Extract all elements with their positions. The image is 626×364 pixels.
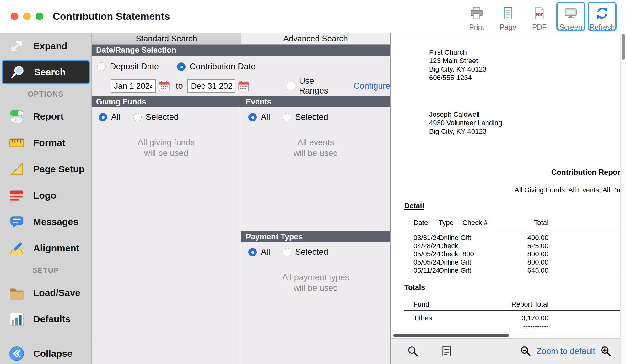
- page-label: Page: [499, 23, 516, 32]
- deposit-date-option[interactable]: Deposit Date: [97, 62, 159, 72]
- payment-types-selected-option[interactable]: Selected: [283, 247, 328, 257]
- sidebar-item-messages[interactable]: Messages: [0, 209, 91, 235]
- donor-city: Big City, KY 40123: [429, 127, 502, 136]
- screen-icon: [564, 6, 578, 22]
- giving-funds-all-option[interactable]: All: [99, 112, 121, 122]
- pdf-button[interactable]: PDF PDF: [525, 2, 554, 31]
- preview-magnifier-button[interactable]: [406, 345, 420, 358]
- print-label: Print: [469, 23, 484, 32]
- report-document: First Church 123 Main Street Big City, K…: [391, 33, 620, 332]
- sidebar-item-logo[interactable]: Logo: [0, 182, 91, 209]
- print-button[interactable]: Print: [462, 2, 491, 31]
- payment-types-section: All Selected All payment types will be u…: [241, 242, 391, 364]
- events-selected-option[interactable]: Selected: [283, 112, 328, 122]
- horizontal-scrollbar-thumb[interactable]: [393, 334, 509, 337]
- sidebar-options-header: OPTIONS: [0, 85, 91, 103]
- toolbar: Print Page: [462, 2, 617, 31]
- payment-types-selected-radio[interactable]: [283, 248, 291, 256]
- zoom-out-button[interactable]: [519, 345, 532, 358]
- events-selected-label: Selected: [295, 112, 328, 122]
- giving-funds-section-header: Giving Funds: [92, 96, 241, 107]
- date-range-controls: Deposit Date Contribution Date: [92, 56, 390, 96]
- protractor-pencil-icon: [8, 240, 25, 257]
- close-window-button[interactable]: [11, 13, 18, 20]
- giving-funds-selected-option[interactable]: Selected: [133, 112, 179, 122]
- sidebar-item-load-save[interactable]: Load/Save: [0, 280, 91, 306]
- detail-row: 03/31/24 Online Gift 400.00: [391, 234, 620, 242]
- toggles-icon: [8, 108, 25, 125]
- detail-header-rule: [404, 229, 620, 229]
- giving-funds-all-label: All: [111, 112, 121, 122]
- page-button[interactable]: Page: [494, 2, 522, 31]
- set-square-icon: [8, 161, 25, 178]
- screen-button[interactable]: Screen: [556, 2, 585, 31]
- totals-header-rule: [404, 310, 620, 311]
- report-preview-pane: First Church 123 Main Street Big City, K…: [391, 33, 620, 364]
- tab-standard-search[interactable]: Standard Search: [92, 33, 241, 45]
- notes-icon: [440, 345, 453, 358]
- events-selected-radio[interactable]: [283, 113, 291, 121]
- totals-separator-row: -----------: [391, 322, 620, 330]
- vertical-scrollbar-thumb[interactable]: [622, 34, 625, 60]
- zoom-in-button[interactable]: [599, 345, 613, 358]
- contribution-date-radio[interactable]: [177, 62, 186, 71]
- giving-funds-all-radio[interactable]: [99, 113, 107, 121]
- sidebar-page-setup-label: Page Setup: [33, 164, 84, 174]
- church-phone: 606/555-1234: [429, 73, 487, 82]
- sidebar-item-collapse[interactable]: Collapse: [0, 343, 91, 364]
- to-date-input[interactable]: [187, 79, 235, 93]
- sidebar-item-format[interactable]: Format: [0, 130, 91, 156]
- sidebar-item-page-setup[interactable]: Page Setup: [0, 156, 91, 182]
- horizontal-scrollbar[interactable]: [391, 332, 620, 338]
- use-ranges-label: Use Ranges: [299, 76, 334, 96]
- to-date-calendar-button[interactable]: [238, 80, 250, 92]
- tab-advanced-search[interactable]: Advanced Search: [241, 33, 390, 45]
- configure-link[interactable]: Configure: [353, 81, 390, 91]
- preview-notes-button[interactable]: [440, 345, 454, 358]
- sidebar-item-expand[interactable]: Expand: [0, 33, 91, 59]
- from-date-input[interactable]: [111, 79, 156, 93]
- window-title: Contribution Statements: [53, 11, 170, 22]
- payment-types-all-radio[interactable]: [248, 248, 257, 256]
- refresh-button[interactable]: Refresh: [588, 2, 617, 31]
- zoom-to-default-link[interactable]: Zoom to default: [536, 346, 595, 356]
- logo-lines-icon: [8, 187, 25, 204]
- report-title: Contribution Report: [391, 168, 620, 177]
- chat-bubble-icon: [8, 213, 25, 230]
- preview-bottom-bar: Zoom to default: [391, 338, 620, 364]
- totals-section-label: Totals: [404, 283, 425, 292]
- giving-funds-selected-radio[interactable]: [133, 113, 142, 121]
- events-all-radio[interactable]: [248, 113, 257, 121]
- sidebar-report-label: Report: [33, 111, 64, 122]
- zoom-window-button[interactable]: [36, 13, 43, 20]
- payment-types-all-option[interactable]: All: [248, 247, 270, 257]
- giving-funds-column: Giving Funds All Selected: [92, 96, 241, 364]
- sidebar-alignment-label: Alignment: [33, 243, 79, 254]
- use-ranges-checkbox[interactable]: [287, 82, 295, 90]
- report-viewport[interactable]: First Church 123 Main Street Big City, K…: [391, 33, 620, 332]
- sidebar-item-report[interactable]: Report: [0, 103, 91, 130]
- sidebar-expand-label: Expand: [33, 41, 67, 51]
- folder-icon: [8, 284, 25, 301]
- minimize-window-button[interactable]: [23, 13, 31, 20]
- main-content: Expand Search OPTIONS: [0, 33, 626, 364]
- sidebar-item-search[interactable]: Search: [2, 60, 90, 84]
- bar-chart-icon: [8, 311, 25, 328]
- totals-col-report-total: Report Total: [486, 300, 548, 308]
- refresh-icon: [595, 6, 609, 22]
- events-all-option[interactable]: All: [248, 112, 270, 122]
- vertical-scrollbar[interactable]: [620, 33, 626, 364]
- detail-col-check: Check #: [462, 219, 488, 227]
- page-icon: [501, 6, 515, 22]
- detail-section-label: Detail: [404, 202, 424, 210]
- deposit-date-radio[interactable]: [97, 62, 106, 71]
- report-filters-line: All Giving Funds; All Events; All Paymen…: [391, 186, 620, 194]
- printer-icon: [469, 6, 484, 22]
- sidebar-item-defaults[interactable]: Defaults: [0, 306, 91, 332]
- date-range-section-header: Date/Range Selection: [92, 45, 390, 56]
- zoom-out-icon: [519, 345, 532, 358]
- totals-header-row: Fund Report Total: [391, 300, 620, 308]
- contribution-date-option[interactable]: Contribution Date: [177, 62, 256, 72]
- from-date-calendar-button[interactable]: [158, 80, 170, 92]
- sidebar-item-alignment[interactable]: Alignment: [0, 235, 91, 261]
